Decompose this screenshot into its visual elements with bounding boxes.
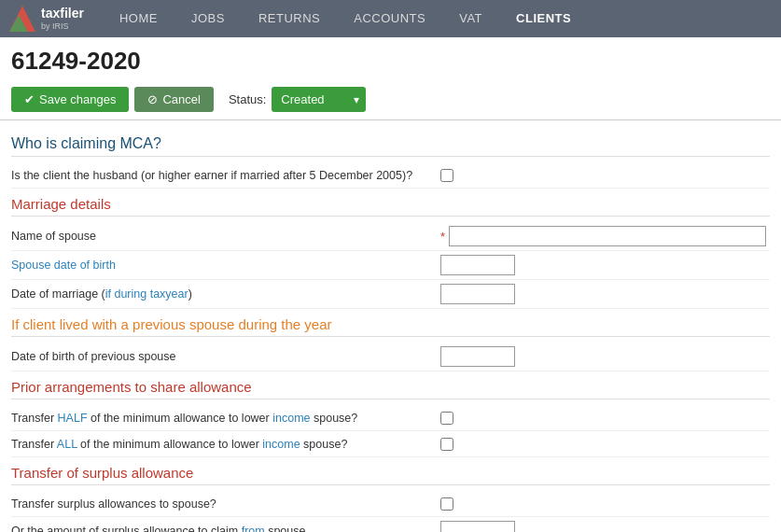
nav-home[interactable]: HOME [103,0,174,37]
control-surplus-claim [440,521,770,532]
section-title-prior: Prior arrangements to share allowance [11,371,770,399]
save-button[interactable]: ✔ Save changes [11,87,129,112]
label-husband: Is the client the husband (or higher ear… [11,169,440,182]
section-title-surplus: Transfer of surplus allowance [11,457,770,485]
section-title-marriage: Marriage details [11,189,770,217]
nav-jobs[interactable]: JOBS [174,0,242,37]
highlight-marriage: if during taxyear [105,287,188,301]
control-spouse-name: * [440,226,770,246]
toolbar: ✔ Save changes ⊘ Cancel Status: Created … [0,87,781,120]
form-row-spouse-dob: Spouse date of birth [11,251,770,280]
form-row-husband: Is the client the husband (or higher ear… [11,162,770,189]
control-spouse-dob [440,255,770,275]
label-transfer-all: Transfer ALL of the minimum allowance to… [11,438,440,451]
checkbox-transfer-all[interactable] [440,438,453,451]
page-title: 61249-2020 [11,47,770,76]
form-row-transfer-half: Transfer HALF of the minimum allowance t… [11,405,770,431]
highlight-all: ALL [57,438,77,451]
logo-icon [9,6,35,32]
form-row-transfer-all: Transfer ALL of the minimum allowance to… [11,431,770,457]
highlight-half: HALF [58,412,88,425]
label-surplus-spouse: Transfer surplus allowances to spouse? [11,497,440,511]
nav-clients[interactable]: CLIENTS [499,0,588,37]
control-transfer-all [440,438,770,451]
label-prev-dob: Date of birth of previous spouse [11,350,440,363]
form-row-surplus-claim: Or the amount of surplus allowance to cl… [11,517,770,532]
nav-accounts[interactable]: ACCOUNTS [337,0,442,37]
control-husband [440,169,770,182]
control-transfer-half [440,412,770,425]
nav-returns[interactable]: RETURNS [242,0,337,37]
form-row-spouse-name: Name of spouse * [11,222,770,251]
control-surplus-spouse [440,497,770,511]
logo-sub: by IRIS [41,21,84,31]
required-star: * [440,230,445,244]
form-row-date-marriage: Date of marriage (if during taxyear) [11,280,770,309]
checkbox-transfer-half[interactable] [440,412,453,425]
label-spouse-dob: Spouse date of birth [11,259,440,272]
highlight-from: from [242,525,265,532]
control-date-marriage [440,284,770,304]
status-label: Status: [229,92,266,106]
section-title-previous-spouse: If client lived with a previous spouse d… [11,309,770,337]
input-spouse-dob[interactable] [440,255,515,275]
check-icon: ✔ [24,92,35,106]
label-transfer-half: Transfer HALF of the minimum allowance t… [11,412,440,425]
section-title-mca: Who is claiming MCA? [11,128,770,157]
logo: taxfiler by IRIS [9,6,84,32]
checkbox-husband[interactable] [440,169,453,182]
label-date-marriage: Date of marriage (if during taxyear) [11,287,440,301]
form-row-surplus-spouse: Transfer surplus allowances to spouse? [11,491,770,517]
navigation: taxfiler by IRIS HOME JOBS RETURNS ACCOU… [0,0,781,37]
save-label: Save changes [39,92,116,106]
highlight-income2: income [262,438,300,451]
checkbox-surplus-spouse[interactable] [440,497,453,511]
form-row-prev-dob: Date of birth of previous spouse [11,343,770,371]
label-surplus-claim: Or the amount of surplus allowance to cl… [11,525,440,532]
cancel-label: Cancel [162,92,200,106]
control-prev-dob [440,346,770,367]
input-date-marriage[interactable] [440,284,515,304]
logo-text: taxfiler [41,6,84,21]
label-spouse-name: Name of spouse [11,230,440,243]
cancel-icon: ⊘ [147,92,158,106]
highlight-income1: income [272,412,310,425]
nav-vat[interactable]: VAT [442,0,499,37]
status-wrapper: Created In Progress Complete [272,87,366,112]
input-prev-dob[interactable] [440,346,515,367]
input-surplus-claim[interactable] [440,521,515,532]
cancel-button[interactable]: ⊘ Cancel [134,87,213,112]
main-content: Who is claiming MCA? Is the client the h… [0,120,781,532]
status-dropdown[interactable]: Created In Progress Complete [272,87,366,112]
page-header: 61249-2020 [0,37,781,87]
input-spouse-name[interactable] [449,226,766,246]
